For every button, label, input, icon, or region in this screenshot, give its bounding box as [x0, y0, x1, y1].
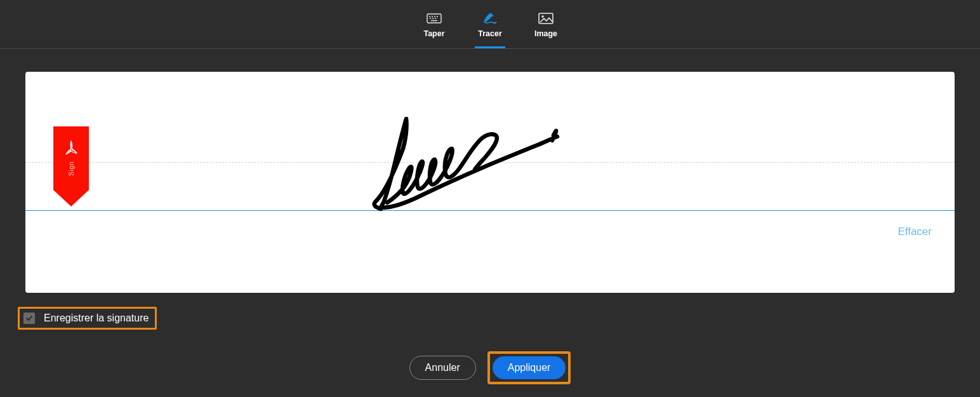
save-signature-label: Enregistrer la signature — [44, 313, 149, 324]
tab-image[interactable]: Image — [531, 11, 561, 42]
svg-rect-0 — [427, 14, 441, 23]
signature-mode-tabs: Taper Tracer Image — [0, 0, 980, 49]
adobe-acrobat-icon — [64, 140, 78, 158]
drawn-signature — [349, 114, 565, 215]
save-signature-checkbox[interactable] — [23, 313, 35, 324]
svg-point-10 — [541, 15, 544, 18]
save-signature-row: Enregistrer la signature — [18, 307, 157, 330]
cancel-button[interactable]: Annuler — [409, 356, 476, 380]
tab-type[interactable]: Taper — [419, 11, 449, 42]
apply-button-highlight: Appliquer — [487, 351, 571, 384]
sign-marker-label: Sign — [67, 161, 75, 176]
sign-here-marker: Sign — [53, 126, 89, 206]
image-icon — [538, 11, 553, 25]
tab-image-label: Image — [534, 29, 557, 38]
signature-canvas[interactable]: Sign Effacer — [25, 72, 955, 293]
tab-type-label: Taper — [423, 29, 444, 38]
clear-signature-link[interactable]: Effacer — [897, 225, 932, 238]
tab-draw[interactable]: Tracer — [475, 11, 505, 42]
apply-button[interactable]: Appliquer — [493, 356, 566, 379]
keyboard-icon — [427, 11, 442, 25]
pen-draw-icon — [482, 11, 498, 25]
tab-draw-label: Tracer — [478, 29, 502, 38]
dialog-buttons: Annuler Appliquer — [0, 351, 980, 384]
